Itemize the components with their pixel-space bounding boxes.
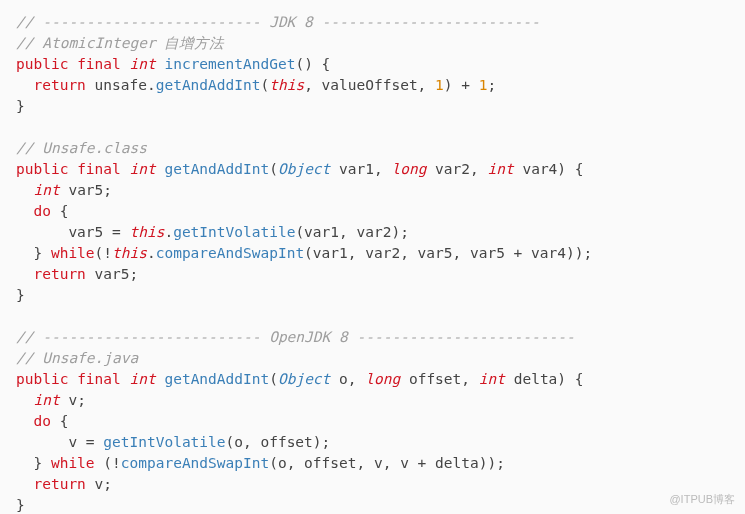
code-line: } while(!this.compareAndSwapInt(var1, va… xyxy=(16,245,592,261)
code-line: return var5; xyxy=(16,266,138,282)
code-line: public final int incrementAndGet() { xyxy=(16,56,330,72)
comment-line: // ------------------------- JDK 8 -----… xyxy=(16,14,540,30)
code-line: public final int getAndAddInt(Object o, … xyxy=(16,371,584,387)
code-line: do { xyxy=(16,203,68,219)
code-line: int var5; xyxy=(16,182,112,198)
code-line: v = getIntVolatile(o, offset); xyxy=(16,434,330,450)
code-line: var5 = this.getIntVolatile(var1, var2); xyxy=(16,224,409,240)
code-line: } while (!compareAndSwapInt(o, offset, v… xyxy=(16,455,505,471)
code-line: public final int getAndAddInt(Object var… xyxy=(16,161,584,177)
watermark: @ITPUB博客 xyxy=(669,492,735,508)
code-line: } xyxy=(16,497,25,513)
code-line: int v; xyxy=(16,392,86,408)
comment-line: // AtomicInteger 自增方法 xyxy=(16,35,224,51)
comment-line: // Unsafe.java xyxy=(16,350,138,366)
code-line: do { xyxy=(16,413,68,429)
code-line: return v; xyxy=(16,476,112,492)
comment-line: // ------------------------- OpenJDK 8 -… xyxy=(16,329,575,345)
code-line: return unsafe.getAndAddInt(this, valueOf… xyxy=(16,77,496,93)
code-block: // ------------------------- JDK 8 -----… xyxy=(16,12,729,514)
comment-line: // Unsafe.class xyxy=(16,140,147,156)
code-line: } xyxy=(16,98,25,114)
code-line: } xyxy=(16,287,25,303)
